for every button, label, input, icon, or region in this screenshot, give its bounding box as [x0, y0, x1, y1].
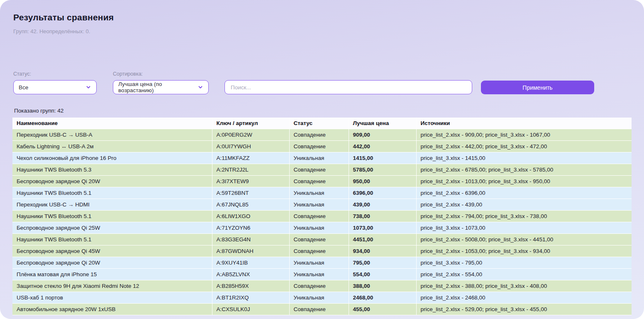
results-page: Результаты сравнения Групп: 42. Неопреде… — [0, 0, 644, 319]
search-input[interactable] — [224, 80, 472, 94]
results-table: Наименование Ключ / артикул Статус Лучша… — [12, 118, 632, 315]
apply-button[interactable]: Применить — [481, 81, 594, 94]
column-header-sources: Источники — [416, 118, 632, 129]
chevron-down-icon — [198, 84, 203, 90]
table-row[interactable]: Беспроводное зарядное Qi 25W A:71YZOYN6 … — [12, 222, 632, 234]
column-header-best-price: Лучшая цена — [349, 118, 416, 129]
table-row[interactable]: USB-хаб 1 портов A:BT1R2IXQ Уникальная 2… — [12, 292, 632, 304]
status-select-value: Все — [19, 84, 28, 91]
table-row[interactable]: Наушники TWS Bluetooth 5.1 A:83G3EG4N Со… — [12, 234, 632, 245]
column-header-key: Ключ / артикул — [212, 118, 289, 129]
sort-select-value: Лучшая цена (по возрастанию) — [118, 81, 193, 93]
page-title: Результаты сравнения — [13, 12, 632, 22]
table-row[interactable]: Переходник USB-C → HDMI A:67JNQL85 Уника… — [12, 199, 632, 211]
table-row[interactable]: Чехол силиконовый для iPhone 16 Pro A:11… — [12, 152, 632, 164]
column-header-status: Статус — [289, 118, 349, 129]
results-table-container: Наименование Ключ / артикул Статус Лучша… — [12, 118, 632, 315]
table-row[interactable]: Плёнка матовая для iPhone 15 A:AB5ZLVNX … — [12, 269, 632, 280]
table-row[interactable]: Наушники TWS Bluetooth 5.3 A:2NTR2J2L Со… — [12, 164, 632, 176]
page-subtitle: Групп: 42. Неопределённых: 0. — [13, 28, 632, 34]
results-table-body: Переходник USB-C → USB-A A:0P0ERG2W Совп… — [12, 129, 632, 315]
table-row[interactable]: Беспроводное зарядное Qi 20W A:9XUY41IB … — [12, 257, 632, 269]
chevron-down-icon — [85, 84, 91, 90]
column-header-name: Наименование — [12, 118, 212, 129]
table-row[interactable]: Автомобильное зарядное 20W 1xUSB A:CXSUL… — [12, 304, 632, 315]
table-row[interactable]: Беспроводное зарядное Qi 20W A:3I7XTEW9 … — [12, 176, 632, 187]
table-row[interactable]: Беспроводное зарядное Qi 45W A:87GWDNAH … — [12, 245, 632, 257]
status-filter-label: Статус: — [13, 71, 97, 77]
status-select[interactable]: Все — [13, 80, 97, 94]
filters-bar: Статус: Все Сортировка: Лучшая цена (по … — [13, 71, 632, 94]
table-header-row: Наименование Ключ / артикул Статус Лучша… — [12, 118, 632, 129]
table-row[interactable]: Кабель Lightning ↔ USB-A 2м A:0UI7YWGH С… — [12, 141, 632, 152]
sort-select[interactable]: Лучшая цена (по возрастанию) — [113, 80, 209, 94]
shown-groups-count: Показано групп: 42 — [13, 108, 632, 114]
table-row[interactable]: Наушники TWS Bluetooth 5.1 A:59T26BNT Ун… — [12, 187, 632, 199]
table-row[interactable]: Наушники TWS Bluetooth 5.1 A:6LIW1XGO Со… — [12, 211, 632, 222]
table-row[interactable]: Переходник USB-C → USB-A A:0P0ERG2W Совп… — [12, 129, 632, 141]
sort-filter-label: Сортировка: — [113, 71, 209, 77]
table-row[interactable]: Защитное стекло 9H для Xiaomi Redmi Note… — [12, 280, 632, 292]
